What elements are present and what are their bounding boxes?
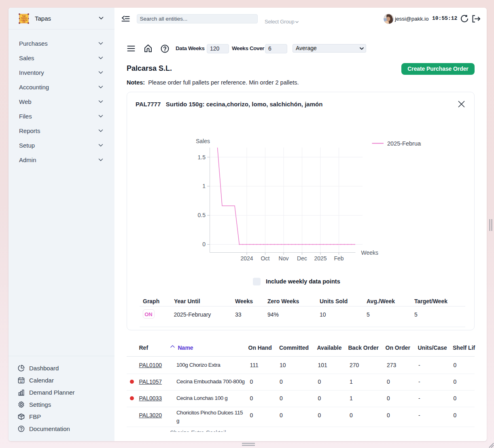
svg-text:Weeks: Weeks xyxy=(361,249,379,256)
svg-text:Sales: Sales xyxy=(196,138,210,144)
svg-text:2024: 2024 xyxy=(240,255,253,262)
svg-text:1.5: 1.5 xyxy=(198,154,206,161)
svg-text:0.5: 0.5 xyxy=(198,212,206,218)
svg-text:1: 1 xyxy=(202,183,206,189)
svg-text:Nov: Nov xyxy=(279,255,289,262)
svg-text:Oct: Oct xyxy=(261,255,270,262)
svg-text:Dec: Dec xyxy=(297,255,307,262)
svg-text:0: 0 xyxy=(202,241,206,247)
svg-text:2025: 2025 xyxy=(314,255,327,262)
svg-text:Feb: Feb xyxy=(334,255,343,262)
